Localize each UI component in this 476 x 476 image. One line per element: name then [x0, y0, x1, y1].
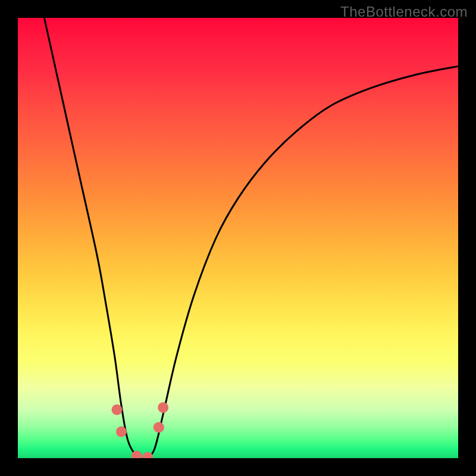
- marker-group: [112, 402, 169, 458]
- curve-layer: [18, 18, 458, 458]
- marker-bottom-right: [142, 452, 153, 458]
- marker-left-upper: [112, 405, 123, 415]
- chart-outer-frame: TheBottleneck.com: [0, 0, 476, 476]
- plot-area: [18, 18, 458, 458]
- marker-right-upper: [158, 402, 168, 413]
- marker-right-lower: [154, 422, 164, 433]
- watermark-text: TheBottleneck.com: [340, 4, 468, 20]
- marker-left-lower: [116, 427, 127, 437]
- bottleneck-curve: [44, 18, 458, 458]
